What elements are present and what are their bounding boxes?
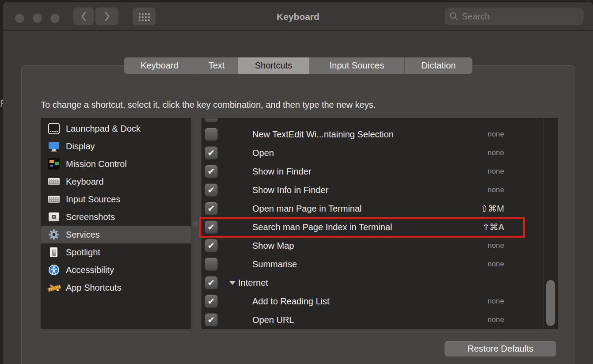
accessibility-icon <box>48 264 60 276</box>
checkmark-icon: ✔ <box>208 241 215 250</box>
shortcut-row-summarise[interactable]: ✔Summarisenone <box>202 255 544 273</box>
shortcut-label: New TextEdit Wi...ntaining Selection <box>252 125 394 144</box>
shortcut-row-show-info-in-finder[interactable]: ✔Show Info in Findernone <box>202 181 544 199</box>
shortcut-label: Search man Page Index in Terminal <box>252 218 392 236</box>
shortcut-label: Open URL <box>252 311 294 329</box>
sidebar-item-screenshots[interactable]: Screenshots <box>41 208 191 226</box>
shortcut-value-none[interactable]: none <box>487 181 504 199</box>
disclosure-triangle-icon[interactable] <box>229 281 236 285</box>
services-shortcut-list: ✔ ✔New TextEdit Wi...ntaining Selectionn… <box>201 118 558 329</box>
sidebar-item-launchpad-dock[interactable]: Launchpad & Dock <box>41 120 191 137</box>
tab-input-sources[interactable]: Input Sources <box>309 57 404 74</box>
shortcut-label: Show in Finder <box>252 162 311 181</box>
shortcut-row-open-man-page-in-terminal[interactable]: ✔Open man Page in Terminal⇧⌘M <box>202 199 544 218</box>
checkbox[interactable]: ✔ <box>205 239 217 252</box>
sidebar-item-label: Spotlight <box>66 247 100 258</box>
tab-text[interactable]: Text <box>195 57 238 74</box>
checkmark-icon: ✔ <box>208 223 215 231</box>
checkbox[interactable]: ✔ <box>205 295 217 307</box>
tab-shortcuts[interactable]: Shortcuts <box>238 57 309 74</box>
keyboard-icon <box>48 176 60 187</box>
shortcut-label: Add to Reading List <box>252 292 330 311</box>
shortcut-label: Open <box>252 144 274 162</box>
scrollbar-thumb[interactable] <box>546 280 555 326</box>
display-icon <box>48 140 60 152</box>
sidebar-item-label: Screenshots <box>66 212 115 222</box>
checkbox[interactable]: ✔ <box>205 314 217 326</box>
shortcut-key-combo[interactable]: ⇧⌘M <box>481 199 504 218</box>
sidebar-item-mission-control[interactable]: Mission Control <box>41 155 191 173</box>
checkmark-icon: ✔ <box>208 297 215 306</box>
instruction-text: To change a shortcut, select it, click t… <box>41 100 376 110</box>
sidebar-item-accessibility[interactable]: Accessibility <box>41 261 191 279</box>
checkmark-icon: ✔ <box>208 204 215 213</box>
sidebar-item-label: Display <box>66 141 95 152</box>
shortcut-key-combo[interactable]: ⇧⌘A <box>482 218 504 236</box>
checkbox[interactable]: ✔ <box>205 277 217 289</box>
tab-dictation[interactable]: Dictation <box>404 57 472 74</box>
launchpad-dock-icon <box>48 123 60 134</box>
shortcut-label: Show Info in Finder <box>252 181 328 199</box>
checkmark-icon: ✔ <box>208 167 215 176</box>
shortcut-categories-list: Launchpad & DockDisplayMission ControlKe… <box>41 118 191 329</box>
shortcut-row-show-map[interactable]: ✔Show Mapnone <box>202 236 544 255</box>
checkmark-icon: ✔ <box>208 315 215 324</box>
sidebar-item-label: Mission Control <box>66 159 127 169</box>
shortcut-label: Summarise <box>252 255 297 273</box>
scrollbar-track[interactable] <box>543 118 557 329</box>
sidebar-item-label: Services <box>66 230 100 240</box>
app-shortcuts-icon <box>48 282 60 293</box>
shortcut-row-open[interactable]: ✔Opennone <box>202 144 544 162</box>
sidebar-item-label: Input Sources <box>66 194 120 205</box>
checkbox[interactable]: ✔ <box>205 128 217 140</box>
checkbox[interactable]: ✔ <box>205 221 217 233</box>
sidebar-item-app-shortcuts[interactable]: App Shortcuts <box>41 279 191 296</box>
search-input[interactable] <box>462 11 579 22</box>
checkbox[interactable]: ✔ <box>205 165 217 178</box>
shortcut-row-new-textedit-wi-ntaining-selection[interactable]: ✔New TextEdit Wi...ntaining Selectionnon… <box>202 125 544 144</box>
restore-defaults-button[interactable]: Restore Defaults <box>445 341 556 356</box>
shortcut-value-none[interactable]: none <box>487 292 504 311</box>
checkmark-icon: ✔ <box>208 278 215 287</box>
checkbox[interactable]: ✔ <box>205 258 217 270</box>
titlebar: Keyboard <box>3 2 593 31</box>
shortcut-label: Show Map <box>252 236 294 255</box>
sidebar-item-label: Keyboard <box>66 177 104 187</box>
sidebar-item-label: App Shortcuts <box>66 283 122 293</box>
shortcut-row-internet[interactable]: ✔Internet <box>202 273 544 292</box>
sidebar-item-label: Accessibility <box>66 265 114 275</box>
sidebar-item-services[interactable]: Services <box>41 226 191 243</box>
screenshots-icon <box>48 211 60 223</box>
checkbox[interactable]: ✔ <box>205 184 217 196</box>
sidebar-item-display[interactable]: Display <box>41 137 191 155</box>
shortcut-row-open-url[interactable]: ✔Open URLnone <box>202 311 544 329</box>
shortcut-value-none[interactable]: none <box>487 162 504 181</box>
shortcut-value-none[interactable]: none <box>487 236 504 255</box>
checkbox[interactable]: ✔ <box>205 202 217 215</box>
sidebar-item-spotlight[interactable]: Spotlight <box>41 243 191 261</box>
checkbox[interactable]: ✔ <box>205 118 217 122</box>
shortcut-row-add-to-reading-list[interactable]: ✔Add to Reading Listnone <box>202 292 544 311</box>
sidebar-item-input-sources[interactable]: Input Sources <box>41 190 191 208</box>
tab-keyboard[interactable]: Keyboard <box>124 57 195 74</box>
shortcut-value-none[interactable]: none <box>487 255 504 273</box>
checkbox[interactable]: ✔ <box>205 147 217 159</box>
shortcut-value-none[interactable]: none <box>487 125 504 144</box>
shortcut-label: Internet <box>238 273 268 292</box>
sidebar-item-label: Launchpad & Dock <box>66 124 141 134</box>
services-gear-icon <box>48 229 60 240</box>
tab-bar: KeyboardTextShortcutsInput SourcesDictat… <box>124 57 472 74</box>
mission-control-icon <box>48 158 60 170</box>
shortcut-value-none[interactable]: none <box>487 311 504 329</box>
search-field[interactable] <box>445 8 584 25</box>
split-view-handle[interactable] <box>192 221 198 227</box>
search-icon <box>449 12 458 21</box>
list-row-partial: ✔ <box>202 118 544 125</box>
keyboard-preferences-window: Keyboard KeyboardTextShortcutsInput Sour… <box>3 2 593 364</box>
sidebar-item-keyboard[interactable]: Keyboard <box>41 173 191 190</box>
shortcut-label: Open man Page in Terminal <box>252 199 362 218</box>
spotlight-icon <box>48 246 60 258</box>
shortcut-row-show-in-finder[interactable]: ✔Show in Findernone <box>202 162 544 181</box>
shortcut-value-none[interactable]: none <box>487 144 504 162</box>
shortcut-row-search-man-page-index-in-terminal[interactable]: ✔Search man Page Index in Terminal⇧⌘A <box>202 218 544 236</box>
